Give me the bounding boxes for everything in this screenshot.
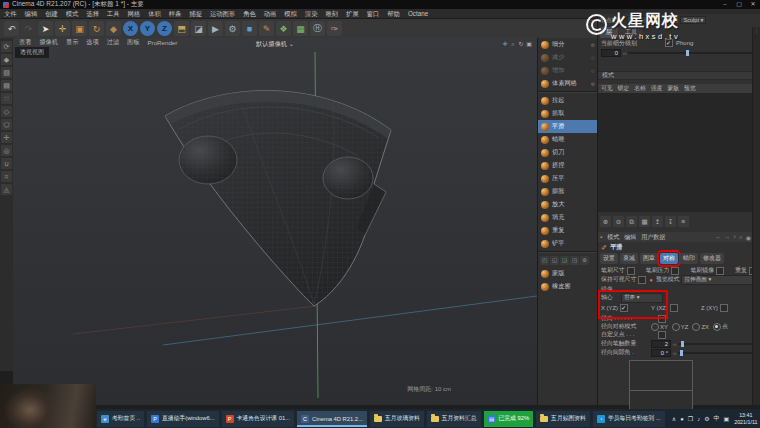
- layout-dropdown[interactable]: Sculpt ▾: [680, 16, 706, 24]
- animation-dot-icon[interactable]: ●: [649, 277, 653, 283]
- left-tool-icon[interactable]: ⬠: [1, 119, 12, 130]
- menu-item[interactable]: 模式: [62, 9, 83, 18]
- attribute-tab[interactable]: 衰减: [620, 253, 638, 264]
- taskbar-item[interactable]: 五月资料汇总: [427, 411, 481, 427]
- left-tool-icon[interactable]: ▨: [1, 67, 12, 78]
- checkbox[interactable]: [620, 304, 628, 312]
- taskbar-item[interactable]: ◔ 学员每日考勤签到 ...: [593, 411, 665, 427]
- minimize-button[interactable]: –: [718, 0, 732, 9]
- gear-icon[interactable]: ⚙: [591, 81, 595, 87]
- custom-point-checkbox[interactable]: [658, 331, 666, 339]
- preview-mode-dropdown[interactable]: 拉伸画面 ▾: [681, 275, 755, 285]
- tray-icon[interactable]: ▣: [724, 415, 730, 422]
- checkbox[interactable]: [671, 267, 679, 275]
- left-tool-icon[interactable]: ◬: [1, 184, 12, 195]
- mask-tool-item[interactable]: 橡皮擦: [538, 280, 597, 293]
- tray-icon[interactable]: ♪: [697, 416, 700, 422]
- layer-action-button[interactable]: ↥: [652, 216, 663, 227]
- toolbar-icon[interactable]: ▦: [293, 21, 308, 36]
- sculpt-brush-item[interactable]: 铲平: [538, 237, 597, 250]
- sculpt-brush-item[interactable]: 挤捏: [538, 159, 597, 172]
- attr-menu-userdata[interactable]: 用户数据: [641, 233, 665, 242]
- spinner-arrows[interactable]: ‹›: [673, 350, 676, 356]
- taskbar-item[interactable]: 五月贴图资料: [536, 411, 590, 427]
- checkbox[interactable]: [720, 304, 728, 312]
- menu-item[interactable]: 窗口: [363, 9, 384, 18]
- menu-item[interactable]: 网格: [124, 9, 145, 18]
- toolbar-icon[interactable]: ↶: [4, 21, 19, 36]
- tray-icon[interactable]: ∧: [672, 415, 676, 422]
- toolbar-icon[interactable]: ▣: [72, 21, 87, 36]
- viewport-nav-icon[interactable]: ↻: [517, 40, 525, 48]
- gear-icon[interactable]: ⚙: [591, 68, 595, 74]
- taskbar-item[interactable]: C Cinema 4D R21.2...: [297, 411, 367, 427]
- left-tool-icon[interactable]: ⟳: [1, 41, 12, 52]
- sculpt-brush-item[interactable]: 切刀: [538, 146, 597, 159]
- attribute-tab[interactable]: 蜡印: [680, 253, 698, 264]
- attribute-tab[interactable]: 对称: [660, 253, 678, 264]
- taskbar-clock[interactable]: 13:41 2021/1/11: [734, 412, 757, 425]
- toolbar-icon[interactable]: Z: [157, 21, 172, 36]
- sculpt-model[interactable]: [165, 91, 391, 306]
- sculpt-brush-item[interactable]: 蜡雕: [538, 133, 597, 146]
- toolbar-icon[interactable]: ■: [242, 21, 257, 36]
- taskbar-item[interactable]: P 卡通角色设计课 01...: [222, 411, 294, 427]
- tray-icon[interactable]: ❒: [688, 415, 693, 422]
- menu-item[interactable]: 选择: [82, 9, 103, 18]
- menu-item[interactable]: 角色: [239, 9, 260, 18]
- menu-item[interactable]: 体积: [144, 9, 165, 18]
- keep-visual-checkbox[interactable]: [638, 276, 646, 284]
- taskbar-item[interactable]: ▤ 已完成 92%: [484, 411, 534, 427]
- menu-item[interactable]: 雕刻: [322, 9, 343, 18]
- attribute-tab[interactable]: 图章: [640, 253, 658, 264]
- tray-icon[interactable]: ⚙: [704, 415, 709, 422]
- layer-action-button[interactable]: ↧: [665, 216, 676, 227]
- taskbar-item[interactable]: P 直播助手(window6...: [147, 411, 219, 427]
- toolbar-icon[interactable]: ↻: [89, 21, 104, 36]
- taskbar-item[interactable]: e 考勤首页 ..: [97, 411, 144, 427]
- mesh-tool-item[interactable]: 增加 ⚙: [538, 64, 597, 77]
- viewport-nav-icon[interactable]: ✛: [501, 40, 509, 48]
- menu-item[interactable]: 帮助: [383, 9, 404, 18]
- left-tool-icon[interactable]: ✛: [1, 132, 12, 143]
- menu-item[interactable]: 创建: [41, 9, 62, 18]
- palette-mini-button[interactable]: ◳: [570, 256, 579, 265]
- layers-list[interactable]: [598, 93, 760, 212]
- layer-action-button[interactable]: ⊕: [600, 216, 611, 227]
- sculpt-brush-item[interactable]: 拉起: [538, 94, 597, 107]
- toolbar-icon[interactable]: Y: [140, 21, 155, 36]
- menu-item[interactable]: 模拟: [280, 9, 301, 18]
- sculpt-brush-item[interactable]: 填充: [538, 211, 597, 224]
- gap-angle-slider[interactable]: [678, 352, 757, 354]
- gear-icon[interactable]: ⚙: [591, 55, 595, 61]
- attribute-tab[interactable]: 修改器: [700, 253, 724, 264]
- viewport[interactable]: 查看摄像机显示选项过滤面板ProRender 透视视图 默认摄像机 ⌄ ✛⌕↻▣…: [13, 38, 537, 405]
- menu-item[interactable]: 扩展: [342, 9, 363, 18]
- sculpt-brush-item[interactable]: 压平: [538, 172, 597, 185]
- menu-item[interactable]: 渲染: [301, 9, 322, 18]
- left-tool-icon[interactable]: ∪: [1, 158, 12, 169]
- tray-icon[interactable]: ●: [680, 416, 684, 422]
- stroke-count-slider[interactable]: [678, 343, 757, 345]
- attr-nav-icon[interactable]: →: [724, 234, 730, 241]
- checkbox[interactable]: [716, 267, 724, 275]
- menu-item[interactable]: 工具: [103, 9, 124, 18]
- camera-label[interactable]: 默认摄像机 ⌄: [256, 40, 294, 49]
- level-value[interactable]: 0: [601, 49, 621, 57]
- checkbox[interactable]: [627, 267, 635, 275]
- level-slider[interactable]: [628, 52, 757, 54]
- checkbox[interactable]: [670, 304, 678, 312]
- right-edge-strip[interactable]: ⋮: [752, 27, 760, 405]
- palette-mini-button[interactable]: ⊚: [580, 256, 589, 265]
- left-tool-icon[interactable]: ◇: [1, 106, 12, 117]
- menu-item[interactable]: 捕捉: [185, 9, 206, 18]
- attr-nav-icon[interactable]: ⌕: [739, 234, 742, 241]
- gap-angle-value[interactable]: 0 °: [651, 349, 671, 357]
- palette-mini-button[interactable]: ◱: [550, 256, 559, 265]
- left-tool-icon[interactable]: ◆: [1, 54, 12, 65]
- left-tool-icon[interactable]: ⌗: [1, 171, 12, 182]
- taskbar-item[interactable]: 五月玻璃资料: [370, 411, 424, 427]
- stroke-count-value[interactable]: 2: [651, 340, 671, 348]
- toolbar-icon[interactable]: ❖: [276, 21, 291, 36]
- close-button[interactable]: ✕: [746, 0, 760, 9]
